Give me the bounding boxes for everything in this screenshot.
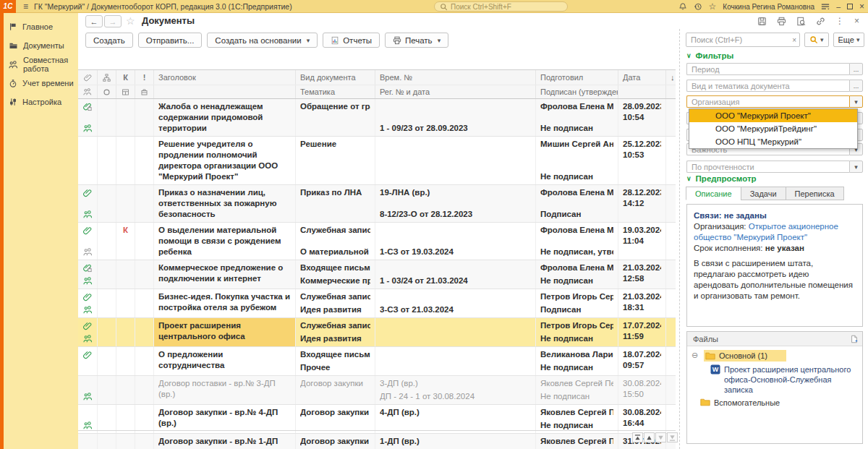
forward-button[interactable]: →: [104, 15, 122, 27]
print-button[interactable]: Печать▾: [385, 33, 448, 48]
window-close-button[interactable]: ×: [859, 1, 864, 12]
form-close-icon[interactable]: ×: [854, 16, 859, 26]
organization-placeholder: Организация: [686, 95, 849, 108]
global-search-input[interactable]: Поиск Ctrl+Shift+F: [434, 1, 568, 12]
save-icon[interactable]: [757, 17, 767, 26]
sidebar-item-folder[interactable]: Документы: [4, 36, 78, 55]
filter-period-field[interactable]: Период ...: [686, 63, 863, 75]
reports-button[interactable]: Отчеты: [323, 33, 380, 48]
list-search-input[interactable]: Поиск (Ctrl+F) ×: [686, 33, 800, 47]
organization-option[interactable]: ООО НПЦ "Меркурий": [689, 135, 857, 148]
create-based-on-button[interactable]: Создать на основании▾: [207, 33, 318, 48]
column-prep-header[interactable]: Подготовил: [535, 70, 618, 85]
notifications-bell-icon[interactable]: [678, 2, 687, 11]
table-row[interactable]: Коммерческое предложение о подключении к…: [78, 260, 676, 289]
sidebar-item-flag[interactable]: Главное: [4, 17, 78, 36]
filter-read-field[interactable]: По прочтенности ▾: [686, 161, 863, 173]
doc-kind: Договор закупки: [300, 407, 370, 418]
main-menu-icon[interactable]: ≡: [23, 1, 28, 12]
go-up-button[interactable]: [644, 432, 655, 442]
column-importance-header[interactable]: !: [135, 70, 153, 85]
column-state-header[interactable]: [97, 85, 116, 98]
filters-section-header[interactable]: ∨ Фильтры: [686, 51, 733, 60]
clear-search-icon[interactable]: ×: [792, 36, 796, 44]
current-user[interactable]: Кочкина Регина Романовна: [723, 3, 814, 11]
column-people-header[interactable]: [78, 85, 97, 98]
read-placeholder: По прочтенности: [686, 161, 849, 173]
table-row[interactable]: Бизнес-идея. Покупка участка и постройка…: [78, 289, 676, 318]
table-row[interactable]: Договор поставки - вр.№ 3-ДП (вр.)Догово…: [78, 376, 676, 405]
doc-time: 11:04: [623, 236, 661, 247]
vid-choose-button[interactable]: ...: [849, 80, 863, 92]
add-favorite-star-icon[interactable]: ☆: [126, 15, 135, 27]
column-reg-header[interactable]: Рег. № и дата: [375, 85, 535, 98]
files-file-item[interactable]: WПроект расширения центрального офиса-Ос…: [690, 363, 859, 396]
organization-dropdown-button[interactable]: ▾: [849, 95, 863, 108]
files-folder-main[interactable]: ⊖Основной (1): [690, 348, 859, 363]
column-signed-header[interactable]: Подписан (утвержден): [535, 85, 618, 98]
sidebar-item-people[interactable]: Совместная работа: [4, 55, 78, 74]
more-kebab-icon[interactable]: ⋮: [835, 17, 844, 25]
sidebar-item-stopwatch[interactable]: Учет времени: [4, 74, 78, 93]
period-choose-button[interactable]: ...: [849, 63, 863, 75]
search-options-button[interactable]: ▾: [804, 33, 829, 47]
column-attachment-header[interactable]: [78, 70, 97, 85]
column-theme-header[interactable]: Тематика: [295, 85, 375, 98]
window-minimize-button[interactable]: –: [836, 2, 841, 11]
file-label: Проект расширения центрального офиса-Осн…: [724, 364, 858, 395]
doc-title: Решение учредителя о продлении полномочи…: [158, 139, 291, 182]
table-row[interactable]: Договор закупки - вр.№ 4-ДП (вр.)Договор…: [78, 405, 676, 434]
files-folder-aux[interactable]: Вспомогательные: [690, 396, 859, 409]
window-maximize-button[interactable]: [847, 4, 853, 9]
table-row[interactable]: Проект расширения центрального офисаСлуж…: [78, 318, 676, 347]
print-icon[interactable]: [777, 17, 786, 26]
create-button[interactable]: Создать: [85, 33, 133, 48]
table-row[interactable]: КО выделении материальной помощи в связи…: [78, 223, 676, 260]
service-menu-icon[interactable]: [821, 3, 830, 11]
table-row[interactable]: Жалоба о ненадлежащем содержании придомо…: [78, 99, 676, 137]
doc-reg-number: [380, 334, 531, 344]
read-dropdown-button[interactable]: ▾: [849, 161, 863, 173]
doc-theme: [300, 124, 370, 134]
go-last-button[interactable]: [667, 432, 678, 442]
hierarchy-icon: [103, 74, 111, 82]
tab-описание[interactable]: Описание: [686, 187, 741, 200]
table-row[interactable]: Приказ о назначении лиц, ответственных з…: [78, 185, 676, 223]
preview-section-header[interactable]: ∨ Предпросмотр: [686, 174, 757, 183]
sort-indicator[interactable]: ↓: [665, 70, 676, 85]
doc-reg-number: [380, 363, 531, 373]
preview-search-icon[interactable]: [796, 17, 806, 26]
table-row[interactable]: О предложении сотрудничестваВходящее пис…: [78, 347, 676, 376]
link-icon[interactable]: [816, 17, 825, 26]
sidebar-item-sliders[interactable]: Настройка: [4, 93, 78, 111]
organization-option[interactable]: ООО "МеркурийТрейдинг": [689, 122, 857, 135]
column-box-header[interactable]: [135, 85, 153, 98]
tab-задачи[interactable]: Задачи: [741, 187, 786, 200]
column-k-header[interactable]: К: [116, 70, 135, 85]
send-button[interactable]: Отправить...: [138, 33, 203, 48]
go-first-button[interactable]: [632, 432, 643, 442]
collapse-icon[interactable]: ⊖: [692, 350, 700, 360]
doc-title: Жалоба о ненадлежащем содержании придомо…: [158, 101, 291, 134]
new-file-icon[interactable]: [850, 335, 859, 343]
filter-organization-field[interactable]: Организация ▾: [686, 95, 863, 108]
column-process-header[interactable]: [97, 70, 116, 85]
column-title-header[interactable]: Заголовок: [153, 70, 295, 85]
organization-option[interactable]: ООО "Меркурий Проект": [689, 109, 857, 122]
column-date-header[interactable]: Дата: [618, 70, 665, 85]
column-card-header[interactable]: [116, 85, 135, 98]
people-icon: [83, 210, 93, 219]
table-row[interactable]: Решение учредителя о продлении полномочи…: [78, 137, 676, 185]
history-icon[interactable]: [694, 2, 702, 11]
column-vid-header[interactable]: Вид документа: [295, 70, 375, 85]
doc-signed-state: Не подписан: [540, 362, 613, 373]
tab-переписка[interactable]: Переписка: [786, 187, 844, 200]
filter-vid-field[interactable]: Вид и тематика документа ...: [686, 80, 863, 92]
paperclip-icon: [83, 226, 92, 235]
table-row[interactable]: Договор закупки - вр.№ 1-ДП (вр.)Договор…: [78, 434, 676, 449]
back-button[interactable]: ←: [85, 15, 103, 27]
column-vrem-header[interactable]: Врем. №: [375, 70, 535, 85]
favorites-star-icon[interactable]: ☆: [709, 2, 717, 11]
go-down-button[interactable]: [655, 432, 666, 442]
more-button[interactable]: Еще▾: [833, 33, 865, 47]
